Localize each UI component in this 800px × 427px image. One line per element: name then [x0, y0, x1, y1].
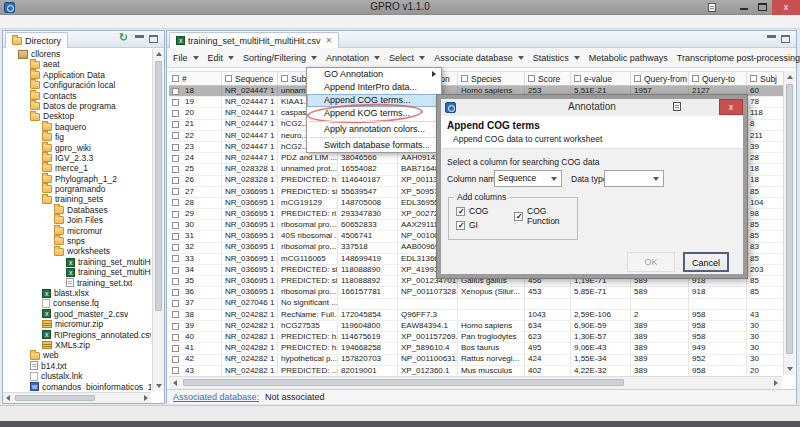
tab-close-icon[interactable]: ✕ — [326, 36, 333, 45]
row-checkbox[interactable] — [172, 211, 179, 218]
tree-item[interactable]: Join Files — [4, 215, 151, 225]
toolbar-item[interactable]: Select — [389, 53, 425, 63]
column-header[interactable]: e-value — [571, 72, 631, 85]
tree-item[interactable]: Databases — [4, 205, 151, 215]
cancel-button[interactable]: Cancel — [683, 252, 729, 272]
gi-checkbox[interactable]: GI — [456, 220, 478, 230]
tree-vertical-scrollbar[interactable] — [152, 49, 164, 391]
column-header[interactable]: Query-from — [631, 72, 689, 85]
toolbar-item[interactable]: File — [173, 53, 199, 63]
toolbar-item[interactable]: Annotation — [326, 53, 380, 63]
menu-item[interactable]: GO Annotation — [307, 68, 441, 81]
tree-item[interactable]: baquero — [4, 122, 151, 132]
toolbar-item[interactable]: Associate database — [434, 53, 524, 63]
column-checkbox[interactable] — [281, 75, 288, 82]
tree-item[interactable]: Application Data — [4, 70, 151, 80]
tree-item[interactable]: Phylograph_1_2 — [4, 174, 151, 184]
row-checkbox[interactable] — [172, 345, 179, 352]
directory-tab[interactable]: Directory — [5, 32, 68, 48]
tree-item[interactable]: good_master_2.csv — [4, 309, 151, 319]
page-icon[interactable] — [673, 102, 681, 111]
row-checkbox[interactable] — [172, 300, 179, 307]
table-row[interactable]: 36 NR_036695 1 ribosomal pro... 16615778… — [169, 287, 785, 298]
row-checkbox[interactable] — [172, 132, 179, 139]
column-header[interactable]: Species — [458, 72, 525, 85]
row-checkbox[interactable] — [172, 99, 179, 106]
toolbar-item[interactable]: Metabolic pathways — [589, 53, 668, 63]
row-checkbox[interactable] — [172, 311, 179, 318]
table-row[interactable]: 37 NR_027046 1 No significant ... — [169, 299, 785, 310]
column-header[interactable]: Sequence — [222, 72, 278, 85]
tree-item[interactable]: worksheets — [4, 246, 151, 256]
tree-item[interactable]: XMLs.zip — [4, 340, 151, 350]
scroll-up-icon[interactable] — [787, 75, 793, 79]
row-checkbox[interactable] — [172, 155, 179, 162]
scroll-left-icon[interactable] — [6, 395, 10, 401]
column-checkbox[interactable] — [461, 75, 468, 82]
tree-item[interactable]: comandos_bioinformaticos_1 — [4, 382, 151, 392]
dialog-close-button[interactable]: x — [719, 99, 743, 115]
column-header[interactable]: # — [169, 72, 222, 85]
menu-item[interactable]: Append InterPro data... — [307, 81, 441, 94]
row-checkbox[interactable] — [172, 110, 179, 117]
tree-item[interactable]: consense.fq — [4, 298, 151, 308]
quick-access-icon[interactable] — [708, 3, 716, 12]
row-checkbox[interactable] — [172, 267, 179, 274]
tree-item[interactable]: snps — [4, 236, 151, 246]
tree-item[interactable]: porgramando — [4, 184, 151, 194]
column-header[interactable]: Query-to — [689, 72, 747, 85]
table-row[interactable]: 42 NR_024282 1 hypothetical p... 1578207… — [169, 355, 785, 366]
column-checkbox[interactable] — [172, 75, 179, 82]
checkbox-icon[interactable] — [514, 212, 523, 221]
row-checkbox[interactable] — [172, 177, 179, 184]
column-header[interactable]: Score — [525, 72, 571, 85]
table-row[interactable]: 40 NR_024282 1 PREDICTED: h... 114675619… — [169, 332, 785, 343]
tree-item[interactable]: aeat — [4, 59, 151, 69]
row-checkbox[interactable] — [172, 199, 179, 206]
row-checkbox[interactable] — [172, 334, 179, 341]
panel-minimize-icon[interactable] — [767, 35, 776, 38]
tree-item[interactable]: blast.xlsx — [4, 288, 151, 298]
tree-item[interactable]: cllorens — [4, 49, 151, 59]
data-type-select[interactable] — [604, 170, 664, 187]
scroll-up-icon[interactable] — [156, 52, 162, 56]
tree-item[interactable]: training_set_multiHit_n — [4, 257, 151, 267]
row-checkbox[interactable] — [172, 88, 179, 95]
table-row[interactable]: 41 NR_024282 1 PREDICTED: h... 194668258… — [169, 343, 785, 354]
row-checkbox[interactable] — [172, 222, 179, 229]
tree-item[interactable]: Datos de programa — [4, 101, 151, 111]
row-checkbox[interactable] — [172, 255, 179, 262]
tree-item[interactable]: web — [4, 350, 151, 360]
tree-horizontal-scrollbar[interactable] — [3, 392, 151, 403]
toolbar-item[interactable]: Sorting/Filtering — [243, 53, 317, 63]
tree-item[interactable]: Desktop — [4, 111, 151, 121]
column-header[interactable]: Subj — [747, 72, 785, 85]
row-checkbox[interactable] — [172, 188, 179, 195]
panel-maximize-icon[interactable] — [149, 35, 158, 43]
checkbox-icon[interactable] — [456, 207, 465, 216]
table-horizontal-scrollbar[interactable] — [169, 376, 782, 389]
tree-item[interactable]: merce_1 — [4, 163, 151, 173]
menu-item[interactable]: Append COG terms... — [307, 94, 441, 107]
table-row[interactable]: 38 NR_024282 1 RecName: Full... 17204585… — [169, 310, 785, 321]
tree-item[interactable]: Configuración local — [4, 80, 151, 90]
column-checkbox[interactable] — [692, 75, 699, 82]
table-row[interactable]: 43 NR_024282 1 PREDICTED: ... 82019001 X… — [169, 366, 785, 375]
scroll-down-icon[interactable] — [156, 384, 162, 388]
column-checkbox[interactable] — [225, 75, 232, 82]
table-vertical-scrollbar[interactable] — [783, 71, 795, 375]
tree-item[interactable]: RIPregions_annotated.csv — [4, 330, 151, 340]
cog-function-checkbox[interactable]: COG Function — [514, 206, 577, 226]
menu-item[interactable]: Switch database formats... — [307, 139, 441, 152]
tree-item[interactable]: Contacts — [4, 91, 151, 101]
menu-item[interactable]: Apply annotation colors... — [307, 123, 441, 136]
scroll-right-icon[interactable] — [774, 380, 778, 386]
tree-item[interactable]: training_set_multiHit.cs — [4, 267, 151, 277]
panel-minimize-icon[interactable] — [135, 35, 144, 38]
checkbox-icon[interactable] — [456, 221, 465, 230]
tree-item[interactable]: gpro_wiki — [4, 143, 151, 153]
row-checkbox[interactable] — [172, 166, 179, 173]
row-checkbox[interactable] — [172, 233, 179, 240]
scroll-right-icon[interactable] — [144, 395, 148, 401]
close-button[interactable]: x — [772, 0, 800, 15]
